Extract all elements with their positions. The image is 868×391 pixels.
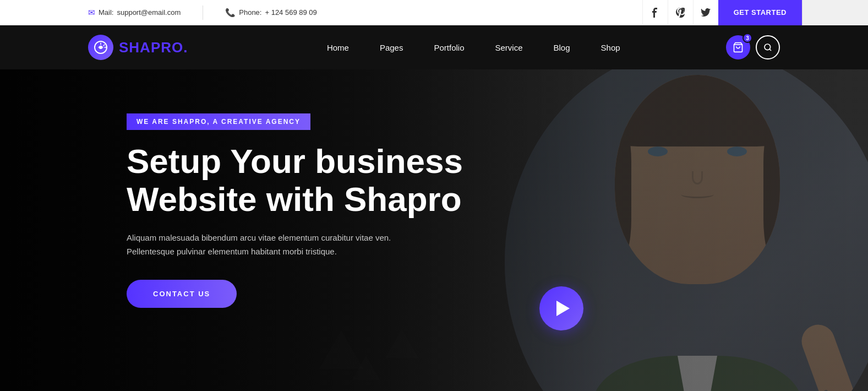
mail-contact: ✉ Mail: support@email.com — [88, 8, 181, 18]
search-button[interactable] — [756, 35, 780, 59]
nav-actions: 3 — [726, 35, 780, 59]
hero-section: WE ARE SHAPRO, A CREATIVE AGENCY Setup Y… — [0, 69, 868, 391]
phone-contact: 📞 Phone: + 124 569 89 09 — [225, 8, 317, 18]
hero-description: Aliquam malesuada bibendum arcu vitae el… — [127, 231, 424, 259]
hero-tag: WE ARE SHAPRO, A CREATIVE AGENCY — [127, 113, 310, 130]
phone-number: + 124 569 89 09 — [265, 8, 316, 17]
logo-icon — [88, 35, 113, 60]
topbar: ✉ Mail: support@email.com 📞 Phone: + 124… — [0, 0, 868, 25]
mail-icon: ✉ — [88, 8, 95, 18]
nav-pages[interactable]: Pages — [364, 25, 419, 69]
logo[interactable]: SHAPRO. — [88, 35, 188, 60]
nav-home[interactable]: Home — [312, 25, 364, 69]
svg-point-1 — [99, 46, 102, 49]
logo-text: SHAPRO. — [119, 39, 188, 56]
nav-blog[interactable]: Blog — [538, 25, 586, 69]
hero-content: WE ARE SHAPRO, A CREATIVE AGENCY Setup Y… — [0, 69, 868, 308]
get-started-button[interactable]: GET STARTED — [718, 0, 802, 25]
play-button[interactable] — [539, 286, 583, 330]
play-icon — [556, 301, 570, 316]
cart-badge: 3 — [743, 33, 752, 43]
social-links: GET STARTED — [642, 0, 868, 25]
contact-us-button[interactable]: CONTACT US — [127, 280, 237, 308]
nav-links: Home Pages Portfolio Service Blog Shop — [221, 25, 726, 69]
mail-label: Mail: — [99, 8, 113, 17]
topbar-extra-space — [802, 0, 868, 25]
mail-address: support@email.com — [117, 8, 181, 17]
nav-portfolio[interactable]: Portfolio — [418, 25, 479, 69]
hero-title: Setup Your business Website with Shapro — [127, 142, 512, 219]
facebook-icon[interactable] — [642, 0, 668, 25]
topbar-divider — [203, 6, 203, 20]
phone-label: Phone: — [239, 8, 261, 17]
pinterest-icon[interactable] — [668, 0, 693, 25]
nav-shop[interactable]: Shop — [586, 25, 636, 69]
nav-service[interactable]: Service — [479, 25, 538, 69]
twitter-icon[interactable] — [693, 0, 718, 25]
phone-icon: 📞 — [225, 8, 236, 18]
svg-point-3 — [765, 44, 771, 50]
cart-button[interactable]: 3 — [726, 35, 750, 59]
navbar: SHAPRO. Home Pages Portfolio Service Blo… — [0, 25, 868, 69]
